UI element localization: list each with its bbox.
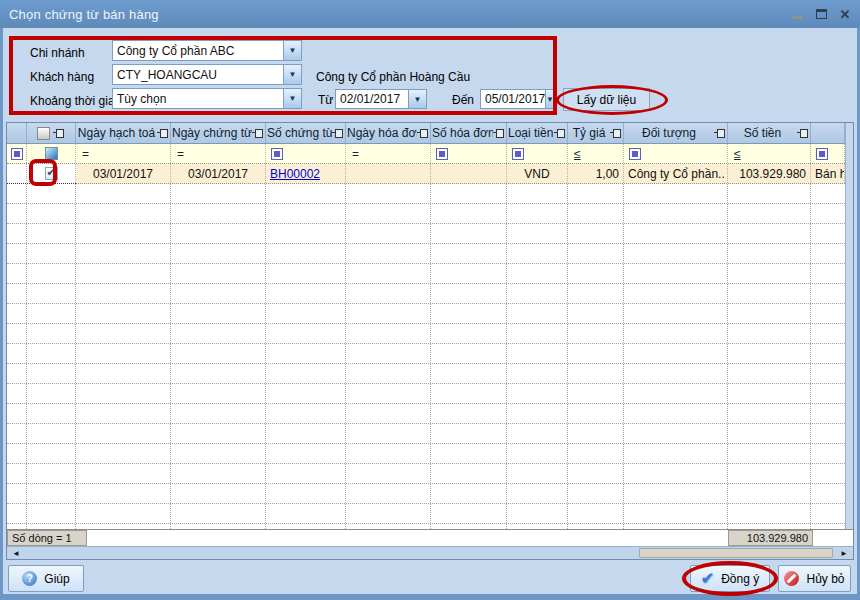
select-all-checkbox[interactable] bbox=[37, 127, 50, 140]
pin-icon[interactable] bbox=[554, 128, 565, 138]
filter-cell-posting-date[interactable]: = bbox=[76, 144, 171, 163]
column-header-select[interactable] bbox=[27, 123, 76, 143]
scroll-left-icon[interactable]: ◄ bbox=[9, 547, 23, 559]
row-count-label: Số dòng = 1 bbox=[7, 530, 87, 546]
from-date-input[interactable]: 02/01/2017 ▼ bbox=[335, 89, 427, 109]
title-bar[interactable]: Chọn chứng từ bán hàng ✕ bbox=[0, 0, 860, 28]
to-date-input[interactable]: 05/01/2017 ▼ bbox=[480, 89, 553, 109]
cell-voucher-date: 03/01/2017 bbox=[171, 164, 266, 183]
pin-icon[interactable] bbox=[332, 128, 343, 138]
to-date-value: 05/01/2017 bbox=[481, 92, 545, 106]
filter-checkbox-icon bbox=[45, 147, 58, 160]
pin-icon[interactable] bbox=[610, 128, 621, 138]
fetch-data-button[interactable]: Lấy dữ liệu bbox=[563, 88, 650, 111]
grid-column-guide bbox=[170, 184, 171, 529]
period-value: Tùy chọn bbox=[113, 92, 283, 106]
branch-select[interactable]: Công ty Cổ phần ABC ▼ bbox=[112, 40, 302, 61]
column-header-posting-date[interactable]: Ngày hạch toá bbox=[76, 123, 171, 143]
filter-cell-invoice-date[interactable]: = bbox=[346, 144, 431, 163]
cancel-button[interactable]: Hủy bỏ bbox=[778, 565, 851, 592]
filter-cell-voucher-no[interactable] bbox=[266, 144, 346, 163]
column-header-amount[interactable]: Số tiền bbox=[728, 123, 811, 143]
pin-icon[interactable] bbox=[797, 128, 808, 138]
grid-header-row: Ngày hạch toá Ngày chứng từ Số chứng từ … bbox=[7, 123, 845, 144]
column-header-invoice-no[interactable]: Số hóa đơn bbox=[431, 123, 507, 143]
grid-row-guide bbox=[7, 523, 845, 524]
cancel-icon bbox=[784, 571, 799, 586]
filter-box-icon bbox=[436, 148, 448, 160]
maximize-button[interactable] bbox=[814, 7, 828, 21]
dialog-content: Chi nhánh Công ty Cổ phần ABC ▼ Khách hà… bbox=[3, 28, 857, 594]
chevron-down-icon[interactable]: ▼ bbox=[408, 90, 426, 108]
customer-fullname-text: Công ty Cổ phần Hoàng Cầu bbox=[316, 70, 470, 84]
grid-summary-row: Số dòng = 1 103.929.980 bbox=[7, 529, 853, 546]
chevron-down-icon[interactable]: ▼ bbox=[283, 89, 301, 108]
scroll-right-icon[interactable]: ► bbox=[837, 547, 851, 559]
column-header-exchange-rate[interactable]: Tỷ giá bbox=[568, 123, 624, 143]
period-label: Khoảng thời gian bbox=[30, 94, 121, 108]
grid-row-guide bbox=[7, 423, 845, 424]
grid-column-guide bbox=[623, 184, 624, 529]
table-row[interactable]: 03/01/2017 03/01/2017 BH00002 VND 1,00 C… bbox=[7, 164, 845, 184]
pin-icon[interactable] bbox=[53, 128, 64, 138]
filter-cell-invoice-no[interactable] bbox=[431, 144, 507, 163]
grid-row-guide bbox=[7, 443, 845, 444]
cell-invoice-date bbox=[346, 164, 431, 183]
row-select-cell[interactable] bbox=[27, 164, 76, 183]
from-date-value: 02/01/2017 bbox=[336, 92, 408, 106]
chevron-down-icon[interactable]: ▼ bbox=[283, 65, 301, 84]
dialog-window: Chọn chứng từ bán hàng ✕ Chi nhánh Công … bbox=[0, 0, 860, 600]
pin-icon[interactable] bbox=[157, 128, 168, 138]
column-header-indicator[interactable] bbox=[7, 123, 27, 143]
scrollbar-thumb[interactable] bbox=[639, 548, 833, 558]
filter-cell-select[interactable] bbox=[27, 144, 76, 163]
ok-label: Đồng ý bbox=[721, 572, 759, 586]
vertical-scrollbar-track[interactable] bbox=[845, 123, 853, 545]
customer-select[interactable]: CTY_HOANGCAU ▼ bbox=[112, 64, 302, 85]
column-header-description[interactable] bbox=[811, 123, 845, 143]
fetch-data-label: Lấy dữ liệu bbox=[577, 93, 636, 107]
ok-button[interactable]: ✔ Đồng ý bbox=[690, 565, 770, 592]
grid-row-guide bbox=[7, 483, 845, 484]
grid-row-guide bbox=[7, 263, 845, 264]
pin-icon[interactable] bbox=[417, 128, 428, 138]
grid-row-guide bbox=[7, 463, 845, 464]
filter-cell-amount[interactable]: ≤ bbox=[728, 144, 811, 163]
cancel-label: Hủy bỏ bbox=[806, 572, 844, 586]
column-header-voucher-date[interactable]: Ngày chứng từ bbox=[171, 123, 266, 143]
help-button[interactable]: ? Giúp bbox=[8, 565, 84, 592]
grid-row-guide bbox=[7, 303, 845, 304]
column-header-currency[interactable]: Loại tiền bbox=[507, 123, 568, 143]
cell-voucher-no: BH00002 bbox=[266, 164, 346, 183]
filter-cell-exchange-rate[interactable]: ≤ bbox=[568, 144, 624, 163]
grid-column-guide bbox=[810, 184, 811, 529]
grid-empty-area bbox=[7, 184, 845, 529]
filter-cell-description[interactable] bbox=[811, 144, 845, 163]
filter-cell-indicator[interactable] bbox=[7, 144, 27, 163]
row-indicator-cell[interactable] bbox=[7, 164, 27, 183]
grid-row-guide bbox=[7, 243, 845, 244]
filter-box-icon bbox=[271, 148, 283, 160]
row-checkbox-checked[interactable] bbox=[45, 167, 58, 180]
horizontal-scrollbar[interactable]: ◄ ► bbox=[7, 546, 853, 559]
filter-cell-voucher-date[interactable]: = bbox=[171, 144, 266, 163]
column-header-partner[interactable]: Đối tượng bbox=[624, 123, 728, 143]
filter-cell-currency[interactable] bbox=[507, 144, 568, 163]
pin-icon[interactable] bbox=[493, 128, 504, 138]
period-select[interactable]: Tùy chọn ▼ bbox=[112, 88, 302, 109]
grid-column-guide bbox=[75, 184, 76, 529]
close-button[interactable]: ✕ bbox=[838, 7, 852, 21]
column-header-invoice-date[interactable]: Ngày hóa đơn bbox=[346, 123, 431, 143]
pin-icon[interactable] bbox=[252, 128, 263, 138]
customer-label: Khách hàng bbox=[30, 70, 94, 84]
column-header-voucher-no[interactable]: Số chứng từ bbox=[266, 123, 346, 143]
filter-cell-partner[interactable] bbox=[624, 144, 728, 163]
chevron-down-icon[interactable]: ▼ bbox=[545, 90, 554, 108]
voucher-link[interactable]: BH00002 bbox=[270, 167, 320, 181]
pin-icon[interactable] bbox=[714, 128, 725, 138]
minimize-button[interactable] bbox=[790, 7, 804, 21]
cell-description: Bán hà bbox=[811, 164, 845, 183]
chevron-down-icon[interactable]: ▼ bbox=[283, 41, 301, 60]
grid-column-guide bbox=[506, 184, 507, 529]
help-icon: ? bbox=[22, 571, 37, 586]
